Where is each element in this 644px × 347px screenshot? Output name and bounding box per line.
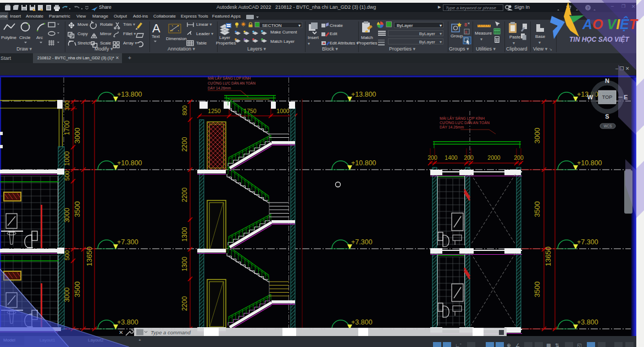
svg-text:8: 8 — [464, 22, 467, 27]
svg-text:+10.800: +10.800 — [117, 159, 142, 167]
svg-text:8: 8 — [465, 30, 467, 35]
svg-text:1700: 1700 — [63, 120, 71, 135]
svg-text:1300: 1300 — [181, 256, 188, 271]
svg-text:+13.800: +13.800 — [351, 91, 376, 98]
svg-text:CƯỜNG LỰC DÁN AN TOÀN: CƯỜNG LỰC DÁN AN TOÀN — [208, 81, 256, 85]
svg-text:3500: 3500 — [533, 282, 541, 298]
svg-text:E: E — [624, 94, 628, 100]
svg-text:+7.300: +7.300 — [351, 238, 373, 246]
svg-text:CƯỜNG LỰC DÁN AN TOÀN: CƯỜNG LỰC DÁN AN TOÀN — [440, 120, 490, 125]
svg-text:200: 200 — [428, 154, 437, 161]
svg-text:500: 500 — [64, 171, 70, 181]
svg-text:S: S — [605, 113, 609, 120]
svg-text:+3.800: +3.800 — [351, 318, 373, 326]
svg-text:– ❐ ✕: – ❐ ✕ — [615, 66, 630, 71]
svg-text:2200: 2200 — [181, 296, 188, 311]
svg-text:200: 200 — [514, 154, 524, 161]
svg-text:W: W — [587, 94, 593, 100]
svg-text:3000: 3000 — [73, 128, 81, 144]
svg-text:3500: 3500 — [73, 282, 81, 298]
svg-text:⊕: ⊕ — [507, 343, 511, 347]
svg-text:✕: ✕ — [119, 329, 123, 335]
svg-text:2200: 2200 — [181, 187, 188, 202]
svg-text:Type a command: Type a command — [151, 329, 191, 335]
svg-text:1000: 1000 — [276, 108, 290, 114]
svg-text:+7.300: +7.300 — [577, 238, 598, 246]
svg-text:200: 200 — [464, 154, 474, 161]
svg-text:13650: 13650 — [85, 247, 93, 266]
svg-text:2000: 2000 — [487, 154, 501, 161]
svg-text:?: ? — [587, 5, 590, 10]
svg-text:300: 300 — [64, 100, 70, 110]
svg-text:∟ˉ: ∟ˉ — [455, 343, 462, 347]
svg-text:TOP: TOP — [602, 94, 612, 100]
svg-text:MÁI LẤY SÁNG LỢP KÍNH: MÁI LẤY SÁNG LỢP KÍNH — [208, 75, 251, 80]
svg-text:MÁI LẤY SÁNG LỢP KÍNH: MÁI LẤY SÁNG LỢP KÍNH — [440, 115, 485, 120]
svg-text:+10.800: +10.800 — [577, 159, 602, 167]
svg-text:1400: 1400 — [445, 154, 458, 161]
svg-text:A: A — [152, 21, 160, 35]
svg-text:N: N — [605, 77, 609, 84]
svg-text:+3.800: +3.800 — [577, 318, 598, 326]
svg-text:DÀY 14.26mm: DÀY 14.26mm — [208, 86, 231, 90]
svg-text:+13.800: +13.800 — [117, 91, 142, 98]
svg-text:1250: 1250 — [208, 108, 221, 114]
svg-text:500: 500 — [64, 250, 70, 260]
svg-text:+7.300: +7.300 — [117, 238, 138, 246]
svg-text:3500: 3500 — [533, 202, 541, 217]
svg-text:+10.800: +10.800 — [351, 159, 376, 167]
svg-text:2200: 2200 — [181, 137, 188, 152]
svg-text:DÀY 14.26mm: DÀY 14.26mm — [440, 125, 464, 129]
svg-text:3000: 3000 — [533, 128, 541, 144]
svg-text:WCS: WCS — [603, 124, 612, 128]
svg-text:◱: ◱ — [577, 343, 582, 347]
svg-text:3500: 3500 — [73, 202, 81, 217]
svg-text:13650: 13650 — [544, 247, 552, 266]
svg-text:⇅: ⇅ — [555, 343, 559, 347]
svg-text:∠: ∠ — [515, 343, 520, 347]
svg-text:+3.800: +3.800 — [117, 318, 138, 326]
svg-text:800: 800 — [181, 105, 188, 115]
svg-text:▩: ▩ — [546, 343, 551, 347]
svg-text:1300: 1300 — [181, 227, 188, 242]
